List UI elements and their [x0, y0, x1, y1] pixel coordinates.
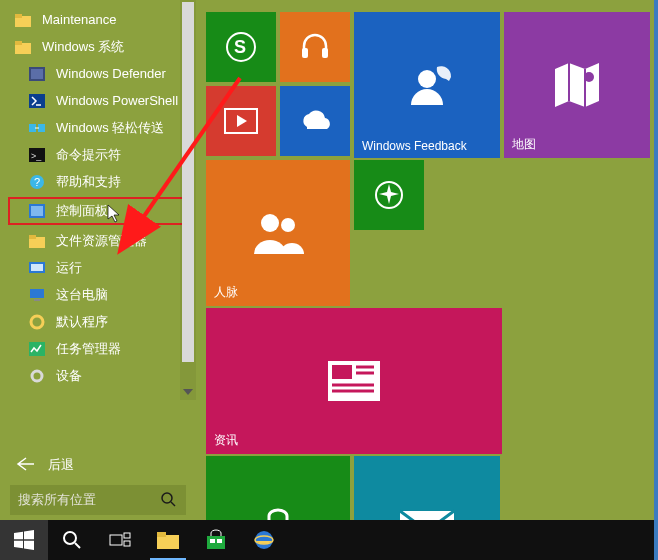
taskview-icon [109, 531, 131, 549]
help-icon: ? [28, 173, 46, 191]
windows-icon [14, 530, 34, 550]
explorer-icon [157, 531, 179, 549]
powershell-icon [28, 92, 46, 110]
tile-caption: Windows Feedback [362, 139, 467, 153]
map-icon [549, 57, 605, 113]
svg-text:>_: >_ [31, 151, 42, 161]
tile-onedrive[interactable] [280, 86, 350, 156]
cloud-icon [297, 109, 333, 133]
tiles-grid: S Windows Feedback 地图 人脉 [196, 0, 654, 520]
item-cmd[interactable]: >_ 命令提示符 [0, 141, 196, 168]
scrollbar[interactable] [180, 0, 196, 400]
item-default-programs[interactable]: 默认程序 [0, 308, 196, 335]
ie-icon [253, 529, 275, 551]
taskbar [0, 520, 654, 560]
item-task-manager[interactable]: 任务管理器 [0, 335, 196, 362]
svg-point-36 [281, 218, 295, 232]
svg-rect-31 [322, 48, 328, 58]
taskbar-store[interactable] [192, 520, 240, 560]
item-run[interactable]: 运行 [0, 254, 196, 281]
search-icon [62, 530, 82, 550]
item-label: Windows 轻松传送 [56, 119, 164, 137]
folder-label: Windows 系统 [42, 38, 124, 56]
svg-rect-52 [110, 535, 122, 545]
item-devices[interactable]: 设备 [0, 362, 196, 389]
people-icon [250, 208, 306, 258]
svg-rect-21 [34, 299, 40, 301]
svg-rect-19 [31, 264, 43, 271]
folder-icon [14, 38, 32, 56]
item-label: 设备 [56, 367, 82, 385]
svg-point-32 [418, 70, 436, 88]
tile-music[interactable] [280, 12, 350, 82]
back-button[interactable]: 后退 [0, 448, 196, 482]
search-button[interactable] [152, 485, 186, 515]
scroll-down-icon[interactable] [180, 384, 196, 400]
item-this-pc[interactable]: 这台电脑 [0, 281, 196, 308]
back-arrow-icon [18, 458, 34, 473]
tile-video[interactable] [206, 86, 276, 156]
svg-line-27 [171, 502, 175, 506]
item-help[interactable]: ? 帮助和支持 [0, 168, 196, 195]
tile-people[interactable]: 人脉 [206, 160, 350, 306]
tile-help[interactable] [354, 160, 424, 230]
svg-rect-56 [157, 532, 166, 537]
item-label: Windows PowerShell [56, 93, 178, 108]
taskbar-explorer[interactable] [144, 520, 192, 560]
cmd-icon: >_ [28, 146, 46, 164]
tile-map[interactable]: 地图 [504, 12, 650, 158]
item-label: 文件资源管理器 [56, 232, 147, 250]
svg-rect-59 [217, 539, 222, 543]
svg-rect-20 [30, 289, 44, 298]
svg-rect-17 [29, 235, 36, 239]
item-windows-defender[interactable]: Windows Defender [0, 60, 196, 87]
search-placeholder: 搜索所有位置 [18, 491, 96, 509]
item-powershell[interactable]: Windows PowerShell [0, 87, 196, 114]
search-input[interactable]: 搜索所有位置 [10, 485, 152, 515]
svg-rect-57 [207, 536, 225, 549]
taskbar-start-button[interactable] [0, 520, 48, 560]
skype-icon: S [224, 30, 258, 64]
tile-news[interactable]: 资讯 [206, 308, 502, 454]
run-icon [28, 259, 46, 277]
item-file-explorer[interactable]: 文件资源管理器 [0, 227, 196, 254]
back-label: 后退 [48, 456, 74, 474]
svg-line-51 [75, 543, 80, 548]
cursor-icon [108, 205, 122, 226]
item-control-panel[interactable]: 控制面板 [8, 197, 186, 225]
store-icon [205, 529, 227, 551]
svg-rect-54 [124, 541, 130, 546]
folder-maintenance[interactable]: Maintenance [0, 6, 196, 33]
tile-caption: 地图 [512, 136, 536, 153]
item-label: 帮助和支持 [56, 173, 121, 191]
tile-feedback[interactable]: Windows Feedback [354, 12, 500, 158]
explorer-icon [28, 232, 46, 250]
svg-rect-58 [210, 539, 215, 543]
tile-skype[interactable]: S [206, 12, 276, 82]
item-easy-transfer[interactable]: Windows 轻松传送 [0, 114, 196, 141]
gear-icon [28, 367, 46, 385]
svg-point-26 [162, 493, 172, 503]
svg-rect-39 [332, 365, 352, 379]
svg-rect-55 [157, 535, 179, 549]
taskbar-ie[interactable] [240, 520, 288, 560]
scrollbar-thumb[interactable] [182, 2, 194, 362]
svg-rect-3 [15, 41, 22, 45]
item-label: 默认程序 [56, 313, 108, 331]
item-label: 任务管理器 [56, 340, 121, 358]
svg-rect-23 [29, 342, 45, 356]
svg-point-22 [31, 316, 43, 328]
transfer-icon [28, 119, 46, 137]
help-tips-icon [374, 180, 404, 210]
item-label: Windows Defender [56, 66, 166, 81]
taskbar-taskview-button[interactable] [96, 520, 144, 560]
start-left-column: Maintenance Windows 系统 Windows Defender … [0, 0, 196, 520]
search-icon [161, 492, 177, 508]
svg-point-50 [64, 532, 76, 544]
svg-text:?: ? [34, 176, 40, 188]
taskbar-search-button[interactable] [48, 520, 96, 560]
folder-windows-system[interactable]: Windows 系统 [0, 33, 196, 60]
item-label: 运行 [56, 259, 82, 277]
svg-point-60 [255, 531, 273, 549]
tile-caption: 资讯 [214, 432, 238, 449]
